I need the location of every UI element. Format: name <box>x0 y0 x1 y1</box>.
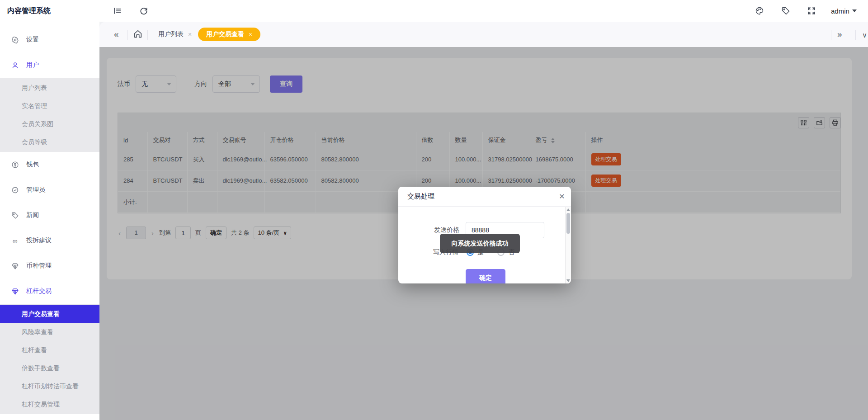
dialog-scrollbar[interactable] <box>565 207 571 283</box>
sidebar-item-leverage-view[interactable]: 杠杆查看 <box>0 341 99 359</box>
sidebar-item-label: 钱包 <box>26 160 39 169</box>
send-price-label: 发送价格 <box>434 226 460 234</box>
sidebar-item-label: 新闻 <box>26 211 39 219</box>
dialog-body: 发送价格 写入行情 是 否 确定 向系统发送价格成功 <box>398 207 565 283</box>
sidebar-item-label: 管理员 <box>26 186 45 194</box>
dialog-title: 交易处理 <box>407 192 434 201</box>
sidebar-item-label: 设置 <box>26 36 39 44</box>
sidebar-item-admin[interactable]: 管理员 <box>0 177 99 203</box>
sidebar-item-users[interactable]: 用户 <box>0 52 99 78</box>
scroll-up-icon[interactable] <box>566 208 570 211</box>
wallet-icon <box>11 160 19 169</box>
sidebar-item-member-graph[interactable]: 会员关系图 <box>0 115 99 133</box>
user-name: admin <box>831 7 849 15</box>
tab-label: 用户列表 <box>158 30 184 38</box>
scroll-down-icon[interactable] <box>566 279 570 282</box>
sidebar-item-member-level[interactable]: 会员等级 <box>0 133 99 151</box>
leverage-submenu: 用户交易查看 风险率查看 杠杆查看 倍数手数查看 杠杆币划转法币查看 杠杆交易管… <box>0 304 99 414</box>
tag-icon <box>11 211 19 219</box>
scroll-thumb[interactable] <box>566 213 570 234</box>
sidebar-item-risk-rate[interactable]: 风险率查看 <box>0 323 99 341</box>
fullscreen-icon[interactable] <box>806 5 817 16</box>
tabs-scroll-right-icon[interactable]: » <box>837 28 842 41</box>
gem-icon <box>11 287 19 295</box>
dialog-header: 交易处理 × <box>398 187 571 207</box>
user-icon <box>11 61 19 69</box>
sidebar-item-user-list[interactable]: 用户列表 <box>0 79 99 97</box>
gear-icon <box>11 36 19 44</box>
tab-user-trades[interactable]: 用户交易查看 × <box>198 28 260 41</box>
sidebar-item-feedback[interactable]: ∞ 投拆建议 <box>0 228 99 253</box>
tab-bar: « 用户列表 × 用户交易查看 × » ∨ <box>99 22 868 47</box>
sidebar-item-leverage-manage[interactable]: 杠杆交易管理 <box>0 395 99 413</box>
badge-check-icon <box>11 186 19 194</box>
sidebar: 设置 用户 用户列表 实名管理 会员关系图 会员等级 钱包 管理员 新闻 ∞ 投… <box>0 22 99 420</box>
sidebar-item-user-trades[interactable]: 用户交易查看 <box>0 305 99 323</box>
tabs-menu-icon[interactable]: ∨ <box>862 29 867 42</box>
trade-process-dialog: 交易处理 × 发送价格 写入行情 是 否 确定 向系统发送价格成功 <box>398 187 571 283</box>
tabs-scroll-left-icon[interactable]: « <box>114 28 119 41</box>
close-tab-icon[interactable]: × <box>249 31 252 38</box>
sidebar-item-label: 杠杆交易 <box>26 287 52 295</box>
tab-user-list[interactable]: 用户列表 × <box>152 28 198 41</box>
link-icon: ∞ <box>11 236 19 245</box>
sidebar-item-settings[interactable]: 设置 <box>0 27 99 52</box>
theme-palette-icon[interactable] <box>754 5 765 16</box>
sidebar-item-label: 用户 <box>26 61 39 69</box>
user-menu[interactable]: admin <box>831 0 857 22</box>
sidebar-item-transfer-view[interactable]: 杠杆币划转法币查看 <box>0 377 99 395</box>
chevron-down-icon <box>852 9 857 12</box>
sidebar-item-news[interactable]: 新闻 <box>0 203 99 228</box>
users-submenu: 用户列表 实名管理 会员关系图 会员等级 <box>0 78 99 152</box>
success-toast: 向系统发送价格成功 <box>440 234 520 253</box>
home-icon[interactable] <box>133 29 144 40</box>
collapse-sidebar-icon[interactable] <box>112 5 123 16</box>
dialog-confirm-button[interactable]: 确定 <box>466 269 505 283</box>
close-icon[interactable]: × <box>559 191 565 202</box>
sidebar-item-coins[interactable]: 币种管理 <box>0 253 99 278</box>
sidebar-item-realname[interactable]: 实名管理 <box>0 97 99 115</box>
tag-icon[interactable] <box>780 5 791 16</box>
close-tab-icon[interactable]: × <box>188 31 192 38</box>
sidebar-item-label: 币种管理 <box>26 262 52 270</box>
sidebar-item-label: 投拆建议 <box>26 236 52 245</box>
top-header: 内容管理系统 admin <box>0 0 868 22</box>
sidebar-item-leverage[interactable]: 杠杆交易 <box>0 278 99 304</box>
sidebar-item-wallet[interactable]: 钱包 <box>0 152 99 177</box>
tab-label: 用户交易查看 <box>206 30 244 38</box>
app-title: 内容管理系统 <box>7 0 51 22</box>
gem-icon <box>11 262 19 270</box>
refresh-icon[interactable] <box>138 5 149 16</box>
sidebar-item-multiplier-lots[interactable]: 倍数手数查看 <box>0 359 99 377</box>
